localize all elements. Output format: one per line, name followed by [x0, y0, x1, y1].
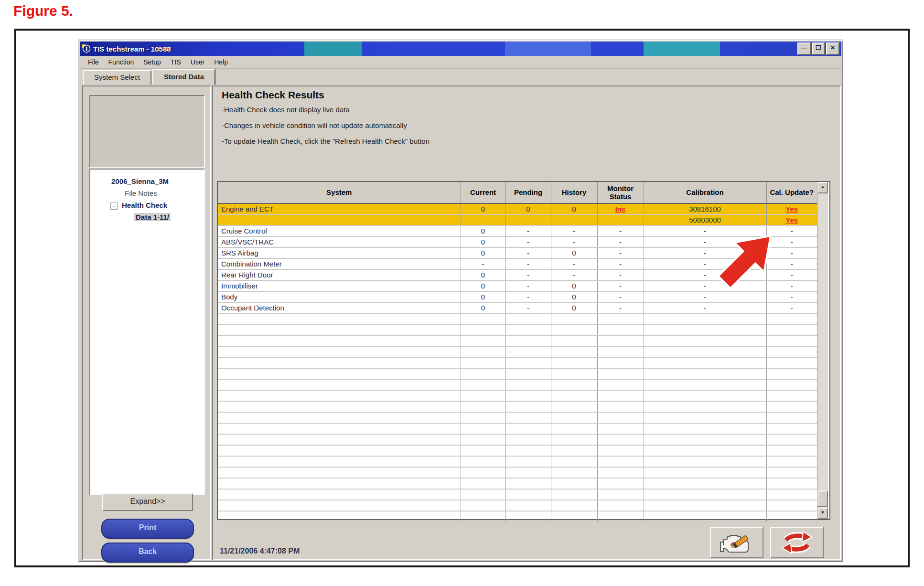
table-row[interactable]: Combination Meter------: [218, 258, 817, 269]
cal-update-yes-link[interactable]: Yes: [785, 205, 798, 213]
cell-update: -: [766, 225, 817, 236]
scroll-down-icon[interactable]: ▼: [817, 508, 828, 519]
empty-cell: [644, 434, 766, 445]
scroll-up-icon[interactable]: ▲: [817, 182, 828, 193]
results-table-body: Engine and ECT000Inc30816100Yes50803000Y…: [218, 203, 817, 522]
back-button[interactable]: Back: [101, 543, 194, 563]
empty-cell: [505, 368, 551, 379]
customize-health-check-button[interactable]: [710, 527, 763, 558]
table-row[interactable]: Rear Right Door0-----: [218, 269, 817, 280]
menu-file[interactable]: File: [84, 57, 103, 67]
collapse-icon[interactable]: -: [110, 202, 118, 210]
empty-cell: [551, 357, 597, 368]
tab-system-select[interactable]: System Select: [83, 70, 151, 85]
cell-history: -: [551, 258, 597, 269]
cell-history: -: [551, 236, 597, 247]
table-row[interactable]: Body0-0---: [218, 291, 817, 302]
titlebar[interactable]: TIS techstream - 10588 — ❐ ✕: [80, 42, 841, 56]
empty-table-row: [218, 346, 817, 357]
empty-cell: [461, 412, 505, 423]
menu-user[interactable]: User: [186, 57, 209, 67]
empty-cell: [597, 478, 644, 489]
empty-cell: [644, 335, 766, 346]
print-button[interactable]: Print: [101, 519, 194, 539]
table-row[interactable]: Immobiliser0-0---: [218, 280, 817, 291]
cell-calibration: -: [644, 302, 766, 313]
tab-stored-data[interactable]: Stored Data: [152, 69, 215, 85]
refresh-health-check-button[interactable]: [770, 527, 824, 558]
app-icon: [82, 44, 90, 53]
empty-cell: [551, 423, 597, 434]
tree-item-2006-sienna-3m[interactable]: 2006_Sienna_3M: [111, 175, 204, 187]
close-icon[interactable]: ✕: [826, 43, 839, 55]
table-row[interactable]: Occupant Detection0-0---: [218, 302, 817, 313]
empty-cell: [461, 346, 505, 357]
maximize-icon[interactable]: ❐: [812, 43, 825, 55]
column-monitor-status[interactable]: Monitor Status: [597, 182, 644, 203]
cell-pending: -: [505, 247, 551, 258]
empty-cell: [597, 500, 644, 511]
table-scrollbar[interactable]: ▲ ▼: [817, 182, 828, 519]
cell-history: 0: [551, 302, 597, 313]
cell-update: Yes: [766, 214, 817, 225]
monitor-status-inc-link[interactable]: Inc: [615, 205, 626, 213]
minimize-icon[interactable]: —: [797, 43, 811, 55]
column-calibration[interactable]: Calibration: [644, 182, 766, 203]
cell-pending: [505, 214, 551, 225]
stored-data-timestamp: 11/21/2006 4:47:08 PM: [220, 547, 300, 555]
empty-cell: [218, 511, 461, 522]
tree-item-health-check[interactable]: -Health Check: [110, 199, 204, 211]
cal-update-yes-link[interactable]: Yes: [785, 216, 798, 224]
menu-tis[interactable]: TIS: [166, 57, 185, 67]
empty-cell: [597, 357, 644, 368]
empty-cell: [597, 445, 644, 456]
column-system[interactable]: System: [218, 182, 461, 203]
sidebar-preview-box: [89, 95, 205, 168]
menu-function[interactable]: Function: [104, 57, 139, 67]
empty-cell: [551, 379, 597, 390]
tree-item-data-1-11-[interactable]: Data 1-11/: [134, 211, 204, 223]
empty-cell: [644, 390, 766, 401]
column-current[interactable]: Current: [461, 182, 505, 203]
scrollbar-thumb[interactable]: [817, 490, 828, 507]
titlebar-decoration: [644, 42, 720, 56]
cell-system: Immobiliser: [218, 280, 461, 291]
column-cal-update[interactable]: Cal. Update?: [766, 182, 817, 203]
menu-help[interactable]: Help: [210, 57, 232, 67]
cell-monitor: [597, 214, 644, 225]
empty-cell: [597, 434, 644, 445]
expand-button[interactable]: Expand>>: [102, 493, 193, 511]
table-row[interactable]: SRS Airbag0-0---: [218, 247, 817, 258]
cell-history: -: [551, 225, 597, 236]
table-row[interactable]: 50803000Yes: [218, 214, 817, 225]
empty-table-row: [218, 500, 817, 511]
empty-cell: [461, 324, 505, 335]
tree-item-file-notes[interactable]: File Notes: [125, 187, 204, 199]
cell-history: [551, 214, 597, 225]
column-history[interactable]: History: [551, 182, 597, 203]
empty-cell: [505, 456, 551, 467]
cell-system: [218, 214, 461, 225]
empty-cell: [218, 335, 461, 346]
titlebar-decoration: [304, 42, 362, 56]
table-row[interactable]: Cruise Control0-----: [218, 225, 817, 236]
scrollbar-track[interactable]: [817, 193, 828, 508]
empty-cell: [766, 379, 817, 390]
results-panel: Health Check Results -Health Check does …: [212, 85, 841, 560]
column-pending[interactable]: Pending: [505, 182, 551, 203]
cell-monitor: -: [597, 247, 644, 258]
empty-table-row: [218, 401, 817, 412]
empty-cell: [551, 335, 597, 346]
cell-monitor: -: [597, 236, 644, 247]
empty-cell: [461, 379, 505, 390]
empty-cell: [551, 313, 597, 324]
empty-table-row: [218, 368, 817, 379]
table-row[interactable]: ABS/VSC/TRAC0-----: [218, 236, 817, 247]
menubar: FileFunctionSetupTISUserHelp: [80, 56, 841, 69]
table-row[interactable]: Engine and ECT000Inc30816100Yes: [218, 203, 817, 214]
menu-setup[interactable]: Setup: [139, 57, 165, 67]
cell-calibration: 30816100: [644, 203, 766, 214]
empty-cell: [644, 313, 766, 324]
empty-cell: [551, 478, 597, 489]
empty-cell: [218, 500, 461, 511]
